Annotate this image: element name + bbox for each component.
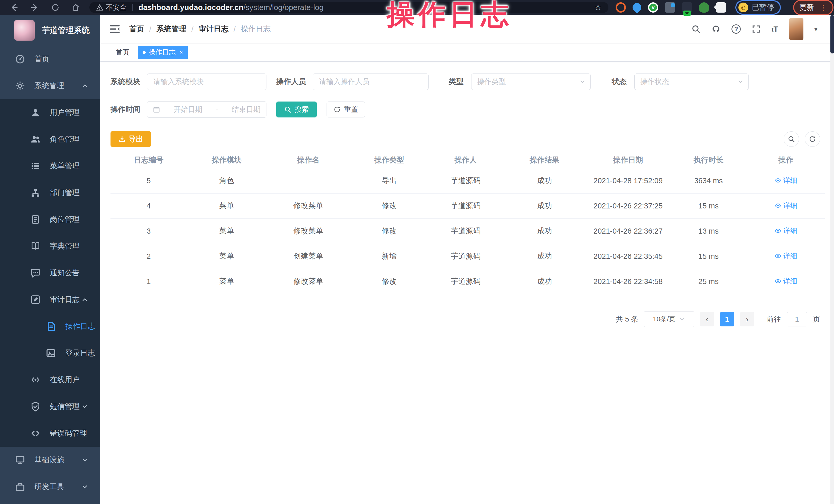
sidebar-item-label: 错误码管理 bbox=[50, 428, 87, 438]
sidebar-item-sms-mgmt[interactable]: 短信管理 bbox=[0, 393, 100, 420]
logo-image bbox=[14, 20, 35, 41]
detail-link[interactable]: 详细 bbox=[775, 226, 797, 236]
fullscreen-icon[interactable] bbox=[751, 24, 761, 34]
paused-label: 已暂停 bbox=[752, 2, 774, 13]
status-select[interactable]: 操作状态 bbox=[634, 73, 749, 90]
sidebar-item-online-users[interactable]: 在线用户 bbox=[0, 367, 100, 393]
sidebar-item-operate-log[interactable]: 操作日志 bbox=[0, 313, 100, 340]
tab-operate-log[interactable]: 操作日志 × bbox=[138, 46, 188, 59]
sidebar-item-notice[interactable]: 通知公告 bbox=[0, 260, 100, 286]
detail-link[interactable]: 详细 bbox=[775, 176, 797, 185]
site-security[interactable]: 不安全 bbox=[96, 3, 127, 12]
broadcast-icon bbox=[30, 375, 41, 385]
detail-link[interactable]: 详细 bbox=[775, 201, 797, 210]
breadcrumb-home[interactable]: 首页 bbox=[129, 24, 144, 34]
sidebar-item-audit-log[interactable]: 审计日志 bbox=[0, 286, 100, 313]
cell-result: 成功 bbox=[503, 168, 586, 193]
browser-home-icon[interactable] bbox=[71, 3, 80, 12]
operator-input-wrap bbox=[313, 73, 429, 90]
tab-home[interactable]: 首页 bbox=[111, 46, 134, 59]
caret-down-icon[interactable]: ▾ bbox=[814, 25, 817, 33]
bookmark-star-icon[interactable]: ☆ bbox=[594, 3, 602, 12]
module-input[interactable] bbox=[153, 78, 261, 86]
toggle-search-button[interactable] bbox=[784, 131, 799, 147]
sidebar-item-dev-tools[interactable]: 研发工具 bbox=[0, 474, 100, 500]
hamburger-icon[interactable] bbox=[109, 23, 120, 35]
sidebar-item-home[interactable]: 首页 bbox=[0, 46, 100, 72]
extension-icon-leaf[interactable] bbox=[699, 2, 709, 13]
kebab-menu-icon[interactable]: ⋮ bbox=[819, 3, 827, 12]
sidebar-item-label: 角色管理 bbox=[50, 134, 80, 145]
operator-label: 操作人员 bbox=[276, 76, 306, 87]
table-row: 1 菜单 修改菜单 修改 芋道源码 成功 2021-04-26 22:34:58… bbox=[110, 269, 825, 294]
refresh-table-button[interactable] bbox=[805, 131, 820, 147]
github-icon[interactable] bbox=[711, 24, 721, 34]
sidebar-item-label: 系统管理 bbox=[35, 81, 64, 91]
close-icon[interactable]: × bbox=[180, 49, 183, 56]
extension-icon-orange[interactable] bbox=[616, 2, 626, 13]
user-icon bbox=[30, 107, 41, 118]
cell-operator: 芋道源码 bbox=[428, 218, 503, 244]
sidebar-item-role-mgmt[interactable]: 角色管理 bbox=[0, 126, 100, 153]
date-range-input[interactable]: 开始日期 - 结束日期 bbox=[147, 101, 266, 118]
reset-button[interactable]: 重置 bbox=[327, 102, 365, 117]
export-button[interactable]: 导出 bbox=[110, 131, 151, 147]
cell-op-name: 修改菜单 bbox=[266, 269, 350, 294]
sidebar-item-dict-mgmt[interactable]: 字典管理 bbox=[0, 233, 100, 260]
extension-icon-switch[interactable]: on bbox=[682, 2, 692, 13]
sidebar-item-errcode-mgmt[interactable]: 错误码管理 bbox=[0, 420, 100, 447]
cell-date: 2021-04-26 22:37:25 bbox=[586, 193, 670, 218]
sidebar-item-infrastructure[interactable]: 基础设施 bbox=[0, 447, 100, 474]
scrollbar-thumb[interactable] bbox=[830, 15, 834, 53]
search-button[interactable]: 搜索 bbox=[276, 102, 317, 117]
prev-page-button[interactable]: ‹ bbox=[700, 312, 714, 326]
extension-icon-green-v[interactable]: v bbox=[648, 2, 658, 13]
breadcrumb-system[interactable]: 系统管理 bbox=[156, 24, 186, 34]
sidebar-item-post-mgmt[interactable]: 岗位管理 bbox=[0, 206, 100, 233]
sidebar-item-dept-mgmt[interactable]: 部门管理 bbox=[0, 179, 100, 206]
cell-log-id: 2 bbox=[110, 244, 187, 269]
chevron-down-icon bbox=[679, 316, 685, 322]
type-label: 类型 bbox=[448, 76, 463, 87]
search-icon[interactable] bbox=[692, 24, 701, 34]
scrollbar-track[interactable] bbox=[830, 15, 834, 504]
sidebar-logo[interactable]: 芋道管理系统 bbox=[0, 15, 100, 46]
col-operator: 操作人 bbox=[428, 152, 503, 168]
sidebar-item-label: 短信管理 bbox=[50, 401, 80, 412]
pagination: 共 5 条 10条/页 ‹ 1 › 前往 页 bbox=[110, 311, 820, 327]
operator-input[interactable] bbox=[319, 78, 423, 86]
sidebar-item-login-log[interactable]: 登录日志 bbox=[0, 340, 100, 367]
cell-duration: 15 ms bbox=[670, 193, 747, 218]
sidebar-item-user-mgmt[interactable]: 用户管理 bbox=[0, 99, 100, 126]
profile-paused-chip[interactable]: ☺ 已暂停 bbox=[736, 0, 781, 15]
detail-link[interactable]: 详细 bbox=[775, 251, 797, 261]
extension-icon-panel[interactable] bbox=[665, 2, 675, 13]
font-size-icon[interactable]: tT bbox=[772, 25, 778, 34]
avatar[interactable] bbox=[789, 18, 804, 40]
annotation-overlay-title: 操作日志 bbox=[387, 0, 512, 34]
table-row: 5 角色 导出 芋道源码 成功 2021-04-28 17:52:09 3634… bbox=[110, 168, 825, 193]
module-label: 系统模块 bbox=[110, 76, 140, 87]
browser-reload-icon[interactable] bbox=[51, 3, 60, 12]
browser-update-button[interactable]: 更新 ⋮ bbox=[793, 0, 833, 15]
browser-forward-icon[interactable] bbox=[30, 3, 39, 12]
browser-back-icon[interactable] bbox=[10, 3, 19, 12]
col-log-id: 日志编号 bbox=[110, 152, 187, 168]
page-1-button[interactable]: 1 bbox=[720, 312, 734, 326]
breadcrumb-audit[interactable]: 审计日志 bbox=[199, 24, 228, 34]
type-select[interactable]: 操作类型 bbox=[471, 73, 591, 90]
cell-result: 成功 bbox=[503, 193, 586, 218]
next-page-button[interactable]: › bbox=[740, 312, 754, 326]
sidebar-item-system-mgmt[interactable]: 系统管理 bbox=[0, 72, 100, 99]
sidebar-item-menu-mgmt[interactable]: 菜单管理 bbox=[0, 153, 100, 179]
address-bar[interactable]: 不安全 dashboard.yudao.iocoder.cn /system/l… bbox=[89, 2, 609, 13]
page-size-select[interactable]: 10条/页 bbox=[644, 311, 694, 327]
dashboard-icon bbox=[15, 54, 25, 64]
chat-icon bbox=[30, 268, 41, 278]
extensions-puzzle-icon[interactable] bbox=[716, 2, 726, 13]
help-icon[interactable]: ? bbox=[731, 24, 741, 34]
tab-label: 操作日志 bbox=[149, 48, 175, 57]
goto-page-input[interactable] bbox=[787, 312, 807, 326]
extension-icon-pin[interactable] bbox=[631, 1, 643, 14]
detail-link[interactable]: 详细 bbox=[775, 277, 797, 286]
